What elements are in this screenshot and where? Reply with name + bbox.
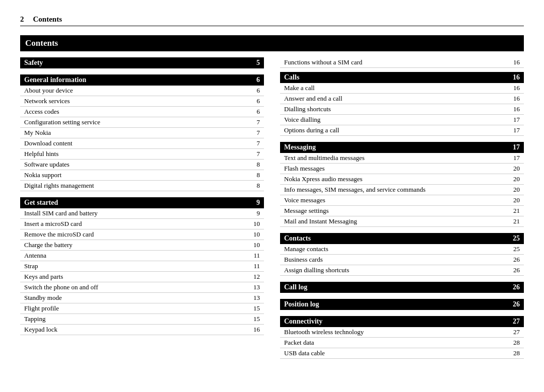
section-position-log: Position log 26 [280, 299, 524, 310]
section-page-position-log: 26 [513, 300, 520, 308]
section-label-connectivity: Connectivity [284, 318, 322, 326]
entry-title: Tapping [24, 315, 253, 323]
list-item: Message settings 21 [280, 206, 524, 216]
entry-page: 7 [257, 150, 260, 158]
list-item: Standby mode 13 [20, 293, 264, 303]
entry-title: Antenna [24, 252, 253, 260]
section-label-safety: Safety [24, 59, 43, 67]
section-label-get-started: Get started [24, 199, 58, 207]
entry-page: 8 [257, 182, 260, 190]
entry-page: 11 [253, 262, 260, 270]
entry-page: 9 [257, 209, 260, 217]
section-calls: Calls 16 Make a call 16 Answer and end a… [280, 72, 524, 136]
section-label-contacts: Contacts [284, 234, 311, 243]
entry-title: Keys and parts [24, 273, 253, 281]
entry-page: 17 [513, 126, 520, 134]
entry-page: 21 [513, 217, 520, 225]
list-item: Network services 6 [20, 96, 264, 107]
list-item: Digital rights management 8 [20, 181, 264, 191]
entry-title: Voice dialling [284, 116, 513, 124]
entry-page: 28 [513, 349, 520, 357]
entry-title: Voice messages [284, 196, 513, 204]
section-contacts: Contacts 25 Manage contacts 25 Business … [280, 233, 524, 276]
entry-title: Info messages, SIM messages, and service… [284, 186, 513, 194]
entry-title: My Nokia [24, 129, 257, 137]
page: 2 Contents Contents Safety 5 General inf… [0, 0, 544, 392]
entry-title: Switch the phone on and off [24, 283, 253, 291]
section-label-general-information: General information [24, 76, 86, 84]
list-item: Nokia Xpress audio messages 20 [280, 174, 524, 185]
list-item: Flight profile 15 [20, 303, 264, 314]
list-item: Charge the battery 10 [20, 240, 264, 251]
entry-title: Manage contacts [284, 245, 513, 253]
entry-page: 11 [253, 252, 260, 260]
entry-page: 20 [513, 175, 520, 183]
entry-title: Remove the microSD card [24, 230, 253, 239]
entry-title: About your device [24, 87, 257, 95]
entry-page: 20 [513, 196, 520, 204]
entry-title: Text and multimedia messages [284, 154, 513, 162]
section-page-call-log: 26 [513, 283, 520, 291]
entry-page: 15 [253, 315, 260, 323]
entry-page: 26 [513, 266, 520, 274]
section-messaging: Messaging 17 Text and multimedia message… [280, 142, 524, 227]
entry-title: Options during a call [284, 126, 513, 134]
list-item: Strap 11 [20, 261, 264, 272]
section-header-general-information: General information 6 [20, 74, 264, 86]
list-item: Voice dialling 17 [280, 115, 524, 125]
entry-page: 10 [253, 230, 260, 239]
entry-page: 16 [513, 105, 520, 113]
entry-page: 17 [513, 154, 520, 162]
section-page-messaging: 17 [513, 143, 520, 151]
list-item: Install SIM card and battery 9 [20, 208, 264, 219]
entry-title: Business cards [284, 256, 513, 264]
list-item: Bluetooth wireless technology 27 [280, 327, 524, 338]
entry-page: 6 [257, 108, 260, 116]
entry-title: Insert a microSD card [24, 220, 253, 228]
entry-page: 6 [257, 87, 260, 95]
entry-title: Charge the battery [24, 241, 253, 249]
section-call-log: Call log 26 [280, 282, 524, 293]
list-item: Assign dialling shortcuts 26 [280, 265, 524, 276]
section-header-get-started: Get started 9 [20, 197, 264, 208]
section-page-connectivity: 27 [513, 318, 520, 326]
entry-page: 13 [253, 283, 260, 291]
entry-page: 10 [253, 220, 260, 228]
entry-title: Install SIM card and battery [24, 209, 257, 217]
list-item: Software updates 8 [20, 160, 264, 170]
entry-page: 10 [253, 241, 260, 249]
list-item: Flash messages 20 [280, 164, 524, 174]
entry-page: 28 [513, 339, 520, 347]
entry-title: Functions without a SIM card [284, 58, 513, 66]
entry-page: 16 [513, 95, 520, 103]
list-item: Make a call 16 [280, 83, 524, 94]
page-header: 2 Contents [20, 15, 524, 26]
entry-title: Mail and Instant Messaging [284, 217, 513, 225]
contents-title: Contents [20, 35, 524, 51]
entry-page: 8 [257, 161, 260, 169]
list-item: Mail and Instant Messaging 21 [280, 216, 524, 227]
section-general-information: General information 6 About your device … [20, 74, 264, 191]
right-column: Functions without a SIM card 16 Calls 16… [280, 57, 524, 361]
entry-title: Bluetooth wireless technology [284, 328, 513, 336]
list-item: Tapping 15 [20, 314, 264, 325]
list-item: Dialling shortcuts 16 [280, 104, 524, 115]
entry-title: Helpful hints [24, 150, 257, 158]
entry-page: 6 [257, 97, 260, 105]
section-page-get-started: 9 [256, 199, 260, 207]
list-item: My Nokia 7 [20, 128, 264, 138]
section-get-started: Get started 9 Install SIM card and batte… [20, 197, 264, 335]
entry-title: Download content [24, 139, 257, 147]
entry-page: 16 [253, 326, 260, 334]
list-item: Helpful hints 7 [20, 149, 264, 160]
entry-title: Nokia support [24, 171, 257, 179]
entry-title: Configuration setting service [24, 118, 257, 126]
section-label-call-log: Call log [284, 283, 307, 291]
entry-page: 20 [513, 165, 520, 173]
left-column: Safety 5 General information 6 About you… [20, 57, 264, 361]
entry-page: 16 [513, 84, 520, 92]
header-page-number: 2 [20, 15, 24, 24]
entry-title: Digital rights management [24, 182, 257, 190]
section-connectivity: Connectivity 27 Bluetooth wireless techn… [280, 316, 524, 359]
list-item: Remove the microSD card 10 [20, 229, 264, 240]
